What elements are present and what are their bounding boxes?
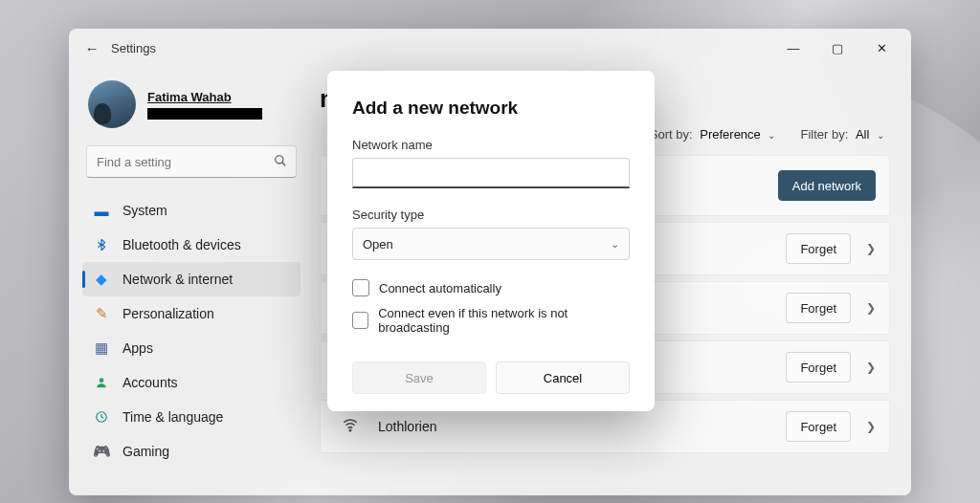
connect-hidden-row[interactable]: Connect even if this network is not broa… <box>352 306 630 335</box>
nav-item-gaming[interactable]: 🎮 Gaming <box>82 434 301 469</box>
nav-list: ▬ System Bluetooth & devices ◆ Network &… <box>82 193 301 469</box>
profile-section[interactable]: Fatima Wahab <box>82 75 301 145</box>
nav-item-system[interactable]: ▬ System <box>82 193 301 228</box>
nav-item-bluetooth[interactable]: Bluetooth & devices <box>82 228 301 262</box>
window-controls: — ▢ ✕ <box>771 33 903 63</box>
nav-label: Network & internet <box>122 272 233 287</box>
nav-item-time[interactable]: Time & language <box>82 400 301 434</box>
back-button[interactable]: ← <box>77 33 107 63</box>
time-icon <box>94 409 109 425</box>
add-network-dialog: Add a new network Network name Security … <box>327 71 655 411</box>
security-type-value: Open <box>363 237 393 252</box>
system-icon: ▬ <box>94 203 109 218</box>
title-bar: ← Settings — ▢ ✕ <box>69 29 911 67</box>
filter-label: Filter by: <box>800 127 848 142</box>
maximize-button[interactable]: ▢ <box>815 33 859 63</box>
nav-label: Accounts <box>122 375 178 390</box>
security-type-select[interactable]: Open ⌄ <box>352 228 630 260</box>
connect-hidden-checkbox[interactable] <box>352 312 368 329</box>
nav-item-apps[interactable]: ▦ Apps <box>82 331 301 365</box>
maximize-icon: ▢ <box>832 41 843 55</box>
security-type-label: Security type <box>352 208 630 222</box>
sort-value: Preference <box>700 127 761 142</box>
nav-item-network[interactable]: ◆ Network & internet <box>82 262 301 296</box>
connect-auto-label: Connect automatically <box>379 281 501 295</box>
sort-control[interactable]: Sort by: Preference ⌄ <box>650 127 776 142</box>
dialog-actions: Save Cancel <box>352 361 630 394</box>
nav-label: Personalization <box>122 306 214 321</box>
avatar <box>88 80 136 128</box>
close-button[interactable]: ✕ <box>859 33 903 63</box>
forget-button[interactable]: Forget <box>786 411 851 442</box>
chevron-down-icon: ⌄ <box>768 130 775 141</box>
svg-point-4 <box>349 429 351 431</box>
nav-label: Time & language <box>122 409 223 425</box>
nav-item-accounts[interactable]: Accounts <box>82 365 301 400</box>
forget-button[interactable]: Forget <box>786 293 851 323</box>
accounts-icon <box>94 375 109 390</box>
apps-icon: ▦ <box>94 340 109 356</box>
profile-text: Fatima Wahab <box>147 90 262 120</box>
chevron-down-icon: ⌄ <box>611 238 619 251</box>
search-input[interactable] <box>86 145 297 178</box>
gaming-icon: 🎮 <box>94 444 109 459</box>
chevron-right-icon: ❯ <box>866 301 876 315</box>
app-title: Settings <box>111 41 156 55</box>
connect-auto-row[interactable]: Connect automatically <box>352 279 630 296</box>
redacted-email <box>147 108 262 120</box>
filter-value: All <box>856 127 869 142</box>
search-icon <box>274 154 287 170</box>
search-container <box>86 145 297 178</box>
connect-auto-checkbox[interactable] <box>352 279 369 296</box>
connect-hidden-label: Connect even if this network is not broa… <box>378 306 630 335</box>
filter-control[interactable]: Filter by: All ⌄ <box>800 127 884 142</box>
network-icon: ◆ <box>94 272 109 287</box>
cancel-button[interactable]: Cancel <box>496 361 630 394</box>
svg-point-2 <box>100 378 104 383</box>
wifi-icon <box>342 416 359 437</box>
nav-label: Bluetooth & devices <box>122 237 241 252</box>
chevron-right-icon: ❯ <box>866 242 876 255</box>
username: Fatima Wahab <box>147 90 262 104</box>
nav-label: Gaming <box>122 444 169 459</box>
close-icon: ✕ <box>877 41 887 55</box>
bluetooth-icon <box>94 237 109 252</box>
network-name-input[interactable] <box>352 158 630 188</box>
chevron-down-icon: ⌄ <box>877 130 884 141</box>
chevron-right-icon: ❯ <box>866 420 876 433</box>
forget-button[interactable]: Forget <box>786 352 851 383</box>
network-name-label: Network name <box>352 138 630 152</box>
add-network-button[interactable]: Add network <box>778 170 876 201</box>
network-name-block: Network name <box>352 138 630 188</box>
dialog-title: Add a new network <box>352 98 630 119</box>
minimize-icon: — <box>788 41 800 55</box>
forget-button[interactable]: Forget <box>786 233 851 264</box>
minimize-button[interactable]: — <box>771 33 815 63</box>
save-button[interactable]: Save <box>352 361 486 394</box>
nav-label: Apps <box>122 340 153 356</box>
svg-line-1 <box>282 163 286 166</box>
sidebar: Fatima Wahab ▬ System <box>69 67 310 495</box>
nav-label: System <box>122 203 167 218</box>
personalize-icon: ✎ <box>94 306 109 321</box>
nav-item-personalization[interactable]: ✎ Personalization <box>82 296 301 331</box>
security-type-block: Security type Open ⌄ <box>352 208 630 260</box>
svg-point-0 <box>276 156 283 164</box>
chevron-right-icon: ❯ <box>866 361 876 374</box>
network-name: Lothlorien <box>378 419 786 434</box>
back-arrow-icon: ← <box>85 40 100 56</box>
sort-label: Sort by: <box>650 127 693 142</box>
